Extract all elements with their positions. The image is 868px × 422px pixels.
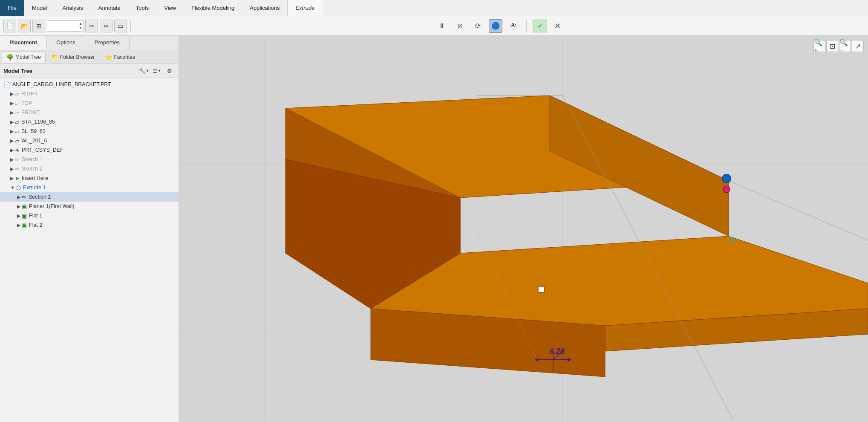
stop-btn[interactable]: ⊘	[453, 19, 467, 33]
tree-item-prt[interactable]: ▶✳PRT_CSYS_DEF	[0, 145, 179, 155]
svg-rect-18	[538, 286, 544, 292]
tree-tab-icon-folder-browser: 📁	[51, 54, 58, 61]
tree-header-icons: 🔧▼ ☰▼ ⚙	[138, 66, 175, 76]
rotate-btn[interactable]: ⟳	[471, 19, 484, 33]
tree-item-label-extrude1: Extrude 1	[23, 185, 175, 191]
tree-item-extrude1[interactable]: ▼⬡Extrude 1	[0, 183, 179, 192]
menu-item-tools[interactable]: Tools	[128, 0, 156, 16]
left-panel: PlacementOptionsProperties 🌳Model Tree📁F…	[0, 36, 179, 422]
tree-item-sketch1[interactable]: ▶✏Sketch 1	[0, 155, 179, 164]
depth-spinners[interactable]: ▲▼	[78, 22, 83, 30]
toolbar-sym-btn[interactable]: ⇔	[100, 20, 112, 32]
tree-item-icon-extrude1: ⬡	[16, 185, 21, 191]
tree-item-label-root: ANGLE_CARGO_LINER_BRACKET.PRT	[12, 81, 175, 87]
tree-tab-icon-favorites: ⭐	[105, 54, 112, 61]
tree-item-planar1[interactable]: ▶▣Planar 1(First Wall)	[0, 202, 179, 211]
tree-tab-label-favorites: Favorites	[114, 54, 135, 60]
tree-item-insert[interactable]: ▶➤Insert Here	[0, 173, 179, 183]
depth-input[interactable]: 6.28	[47, 21, 78, 31]
menu-item-flexible-modeling[interactable]: Flexible Modeling	[184, 0, 242, 16]
tree-item-expand-sta: ▶	[10, 119, 14, 125]
zoom-expand-btn[interactable]: ↗	[852, 40, 864, 52]
accept-btn[interactable]: ✓	[533, 20, 547, 32]
tree-item-bl[interactable]: ▶▱BL_59_63	[0, 127, 179, 136]
tree-item-root[interactable]: 📄ANGLE_CARGO_LINER_BRACKET.PRT	[0, 80, 179, 89]
tree-item-wl[interactable]: ▶▱WL_201_6	[0, 136, 179, 145]
tree-item-icon-wl: ▱	[15, 138, 19, 144]
svg-point-16	[722, 174, 731, 183]
viewport[interactable]: 6.28 🔍+ ⊡ 🔍− ↗	[179, 36, 868, 422]
tree-item-label-sketch2: Sketch 2	[22, 166, 175, 172]
tree-list-btn[interactable]: ☰▼	[151, 66, 162, 76]
sub-tab-placement[interactable]: Placement	[0, 36, 47, 50]
tree-item-icon-prt: ✳	[15, 147, 20, 153]
tree-item-expand-front: ▶	[10, 110, 14, 116]
tree-item-top[interactable]: ▶▱TOP	[0, 98, 179, 108]
sub-tab-options[interactable]: Options	[47, 36, 85, 50]
zoom-in-btn[interactable]: 🔍+	[813, 40, 825, 52]
tree-item-icon-insert: ➤	[15, 175, 20, 182]
menu-item-annotate[interactable]: Annotate	[91, 0, 128, 16]
toolbar-rect-btn[interactable]: ▭	[114, 20, 127, 32]
tree-item-section1[interactable]: ▶✏Section 1	[0, 192, 179, 202]
tree-header-title: Model Tree	[3, 68, 32, 74]
toolbar-new-btn[interactable]: 📄	[3, 20, 16, 32]
toolbar: 📄 📂 ⊞ 6.28 ▲▼ ✂ ⇔ ▭ ⏸ ⊘ ⟳ 🔵 👁 ✓ ✕	[0, 16, 868, 36]
tree-item-icon-bl: ▱	[15, 128, 19, 135]
menu-item-file[interactable]: File	[0, 0, 24, 16]
menu-item-extrude[interactable]: Extrude	[287, 0, 322, 16]
depth-input-group: 6.28 ▲▼	[47, 20, 84, 32]
tree-item-sketch2[interactable]: ▶✏Sketch 2	[0, 164, 179, 173]
pause-btn[interactable]: ⏸	[435, 19, 449, 33]
tree-item-expand-sketch2: ▶	[10, 166, 14, 172]
tree-item-front[interactable]: ▶▱FRONT	[0, 108, 179, 117]
tree-item-right[interactable]: ▶▱RIGHT	[0, 89, 179, 98]
toolbar-align-btn[interactable]: ⊞	[32, 20, 45, 32]
tree-settings-btn[interactable]: 🔧▼	[138, 66, 150, 76]
menu-bar: FileModelAnalysisAnnotateToolsViewFlexib…	[0, 0, 868, 16]
menu-item-model[interactable]: Model	[24, 0, 55, 16]
zoom-out-btn[interactable]: 🔍−	[839, 40, 851, 52]
tree-item-icon-front: ▱	[15, 110, 19, 116]
scene-svg	[179, 36, 868, 422]
view-orbit-btn[interactable]: 👁	[507, 19, 520, 33]
tree-tab-favorites[interactable]: ⭐Favorites	[100, 52, 139, 63]
tree-item-label-insert: Insert Here	[22, 175, 175, 181]
tree-tab-label-model-tree: Model Tree	[15, 54, 41, 60]
tree-item-icon-root: 📄	[3, 81, 10, 88]
tree-item-flat1[interactable]: ▶▣Flat 1	[0, 211, 179, 220]
main-area: PlacementOptionsProperties 🌳Model Tree📁F…	[0, 36, 868, 422]
menu-item-view[interactable]: View	[156, 0, 184, 16]
tree-item-icon-flat1: ▣	[22, 213, 27, 219]
tree-item-label-bl: BL_59_63	[21, 128, 175, 134]
tree-item-expand-section1: ▶	[17, 194, 20, 200]
menu-item-analysis[interactable]: Analysis	[55, 0, 90, 16]
toolbar-open-btn[interactable]: 📂	[18, 20, 31, 32]
tree-item-icon-sta: ▱	[15, 119, 19, 125]
view-active-btn[interactable]: 🔵	[489, 19, 502, 33]
tree-tab-model-tree[interactable]: 🌳Model Tree	[2, 52, 46, 63]
tree-item-label-prt: PRT_CSYS_DEF	[22, 147, 175, 153]
toolbar-separator-1	[130, 20, 131, 32]
tree-item-icon-flat2: ▣	[22, 222, 27, 228]
tree-item-flat2[interactable]: ▶▣Flat 2	[0, 220, 179, 230]
tree-item-icon-planar1: ▣	[22, 203, 27, 210]
sub-tab-properties[interactable]: Properties	[85, 36, 130, 50]
tree-filter-btn[interactable]: ⚙	[164, 66, 175, 76]
sub-tabs: PlacementOptionsProperties	[0, 36, 179, 50]
zoom-fit-btn[interactable]: ⊡	[826, 40, 838, 52]
tree-tab-folder-browser[interactable]: 📁Folder Browser	[46, 52, 99, 63]
toolbar-cut-btn[interactable]: ✂	[85, 20, 98, 32]
menu-item-applications[interactable]: Applications	[242, 0, 287, 16]
tree-item-expand-sketch1: ▶	[10, 157, 14, 162]
toolbar-center-area: ⏸ ⊘ ⟳ 🔵 👁 ✓ ✕	[134, 19, 865, 33]
tree-item-expand-top: ▶	[10, 101, 14, 106]
cancel-btn[interactable]: ✕	[551, 20, 563, 32]
tree-item-expand-right: ▶	[10, 91, 14, 97]
tree-item-icon-sketch2: ✏	[15, 166, 20, 172]
svg-point-17	[723, 186, 730, 193]
tree-tab-icon-model-tree: 🌳	[6, 54, 14, 61]
tree-item-label-planar1: Planar 1(First Wall)	[29, 203, 175, 209]
dimension-label: 6.28	[550, 347, 565, 356]
tree-item-sta[interactable]: ▶▱STA_1196_85	[0, 117, 179, 127]
